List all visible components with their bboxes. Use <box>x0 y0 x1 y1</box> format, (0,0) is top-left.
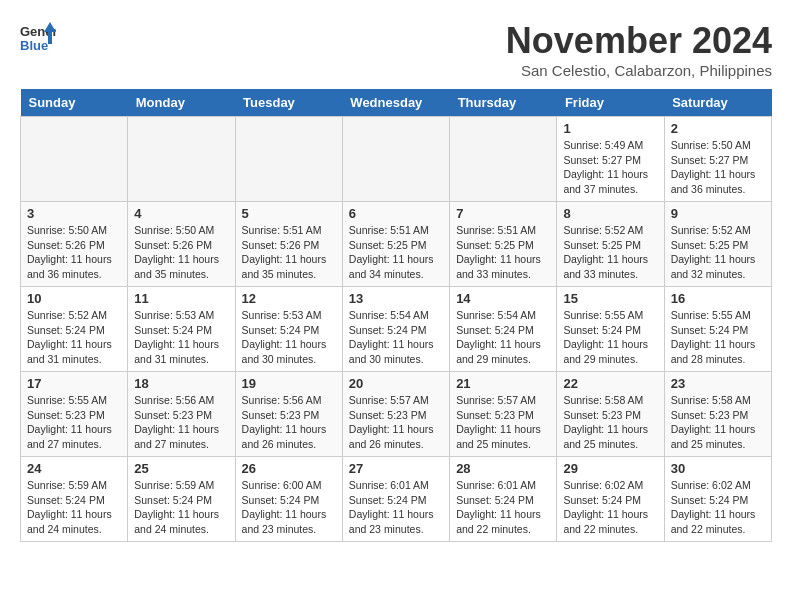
calendar-cell: 17Sunrise: 5:55 AM Sunset: 5:23 PM Dayli… <box>21 372 128 457</box>
day-number: 4 <box>134 206 228 221</box>
day-number: 18 <box>134 376 228 391</box>
calendar-week-row: 10Sunrise: 5:52 AM Sunset: 5:24 PM Dayli… <box>21 287 772 372</box>
day-info: Sunrise: 6:01 AM Sunset: 5:24 PM Dayligh… <box>456 478 550 537</box>
day-info: Sunrise: 5:59 AM Sunset: 5:24 PM Dayligh… <box>134 478 228 537</box>
day-info: Sunrise: 5:58 AM Sunset: 5:23 PM Dayligh… <box>671 393 765 452</box>
calendar-cell: 21Sunrise: 5:57 AM Sunset: 5:23 PM Dayli… <box>450 372 557 457</box>
calendar-cell: 11Sunrise: 5:53 AM Sunset: 5:24 PM Dayli… <box>128 287 235 372</box>
calendar-cell: 26Sunrise: 6:00 AM Sunset: 5:24 PM Dayli… <box>235 457 342 542</box>
day-info: Sunrise: 6:02 AM Sunset: 5:24 PM Dayligh… <box>563 478 657 537</box>
day-info: Sunrise: 6:00 AM Sunset: 5:24 PM Dayligh… <box>242 478 336 537</box>
calendar-cell: 29Sunrise: 6:02 AM Sunset: 5:24 PM Dayli… <box>557 457 664 542</box>
calendar-cell: 1Sunrise: 5:49 AM Sunset: 5:27 PM Daylig… <box>557 117 664 202</box>
month-title: November 2024 <box>506 20 772 62</box>
day-number: 10 <box>27 291 121 306</box>
calendar-cell: 10Sunrise: 5:52 AM Sunset: 5:24 PM Dayli… <box>21 287 128 372</box>
weekday-header: Thursday <box>450 89 557 117</box>
day-info: Sunrise: 5:52 AM Sunset: 5:25 PM Dayligh… <box>671 223 765 282</box>
logo: General Blue <box>20 20 56 56</box>
weekday-header: Tuesday <box>235 89 342 117</box>
day-number: 7 <box>456 206 550 221</box>
day-info: Sunrise: 5:59 AM Sunset: 5:24 PM Dayligh… <box>27 478 121 537</box>
calendar-cell: 18Sunrise: 5:56 AM Sunset: 5:23 PM Dayli… <box>128 372 235 457</box>
calendar-cell <box>128 117 235 202</box>
day-number: 24 <box>27 461 121 476</box>
calendar-cell: 25Sunrise: 5:59 AM Sunset: 5:24 PM Dayli… <box>128 457 235 542</box>
calendar-cell: 30Sunrise: 6:02 AM Sunset: 5:24 PM Dayli… <box>664 457 771 542</box>
day-number: 13 <box>349 291 443 306</box>
calendar-week-row: 24Sunrise: 5:59 AM Sunset: 5:24 PM Dayli… <box>21 457 772 542</box>
day-number: 1 <box>563 121 657 136</box>
day-info: Sunrise: 5:58 AM Sunset: 5:23 PM Dayligh… <box>563 393 657 452</box>
day-number: 11 <box>134 291 228 306</box>
day-number: 16 <box>671 291 765 306</box>
title-section: November 2024 San Celestio, Calabarzon, … <box>506 20 772 79</box>
day-number: 25 <box>134 461 228 476</box>
day-number: 19 <box>242 376 336 391</box>
day-info: Sunrise: 5:54 AM Sunset: 5:24 PM Dayligh… <box>349 308 443 367</box>
day-info: Sunrise: 5:51 AM Sunset: 5:26 PM Dayligh… <box>242 223 336 282</box>
day-number: 17 <box>27 376 121 391</box>
calendar-cell: 19Sunrise: 5:56 AM Sunset: 5:23 PM Dayli… <box>235 372 342 457</box>
day-info: Sunrise: 5:56 AM Sunset: 5:23 PM Dayligh… <box>242 393 336 452</box>
day-info: Sunrise: 5:53 AM Sunset: 5:24 PM Dayligh… <box>134 308 228 367</box>
calendar-cell: 9Sunrise: 5:52 AM Sunset: 5:25 PM Daylig… <box>664 202 771 287</box>
day-info: Sunrise: 5:50 AM Sunset: 5:27 PM Dayligh… <box>671 138 765 197</box>
calendar-cell: 22Sunrise: 5:58 AM Sunset: 5:23 PM Dayli… <box>557 372 664 457</box>
calendar-week-row: 3Sunrise: 5:50 AM Sunset: 5:26 PM Daylig… <box>21 202 772 287</box>
calendar-cell: 3Sunrise: 5:50 AM Sunset: 5:26 PM Daylig… <box>21 202 128 287</box>
calendar-cell: 14Sunrise: 5:54 AM Sunset: 5:24 PM Dayli… <box>450 287 557 372</box>
calendar-cell: 27Sunrise: 6:01 AM Sunset: 5:24 PM Dayli… <box>342 457 449 542</box>
day-info: Sunrise: 5:57 AM Sunset: 5:23 PM Dayligh… <box>456 393 550 452</box>
day-number: 30 <box>671 461 765 476</box>
weekday-header: Friday <box>557 89 664 117</box>
day-number: 8 <box>563 206 657 221</box>
day-info: Sunrise: 5:53 AM Sunset: 5:24 PM Dayligh… <box>242 308 336 367</box>
day-number: 9 <box>671 206 765 221</box>
weekday-header: Saturday <box>664 89 771 117</box>
calendar-cell: 24Sunrise: 5:59 AM Sunset: 5:24 PM Dayli… <box>21 457 128 542</box>
day-info: Sunrise: 5:55 AM Sunset: 5:23 PM Dayligh… <box>27 393 121 452</box>
calendar-cell: 5Sunrise: 5:51 AM Sunset: 5:26 PM Daylig… <box>235 202 342 287</box>
day-number: 20 <box>349 376 443 391</box>
calendar-cell: 20Sunrise: 5:57 AM Sunset: 5:23 PM Dayli… <box>342 372 449 457</box>
weekday-header: Monday <box>128 89 235 117</box>
day-number: 21 <box>456 376 550 391</box>
day-number: 27 <box>349 461 443 476</box>
day-number: 14 <box>456 291 550 306</box>
day-info: Sunrise: 5:57 AM Sunset: 5:23 PM Dayligh… <box>349 393 443 452</box>
day-info: Sunrise: 5:55 AM Sunset: 5:24 PM Dayligh… <box>671 308 765 367</box>
calendar-cell <box>235 117 342 202</box>
weekday-header: Sunday <box>21 89 128 117</box>
calendar-cell: 28Sunrise: 6:01 AM Sunset: 5:24 PM Dayli… <box>450 457 557 542</box>
day-number: 22 <box>563 376 657 391</box>
day-info: Sunrise: 5:49 AM Sunset: 5:27 PM Dayligh… <box>563 138 657 197</box>
day-info: Sunrise: 6:02 AM Sunset: 5:24 PM Dayligh… <box>671 478 765 537</box>
day-info: Sunrise: 5:51 AM Sunset: 5:25 PM Dayligh… <box>456 223 550 282</box>
calendar-cell: 13Sunrise: 5:54 AM Sunset: 5:24 PM Dayli… <box>342 287 449 372</box>
location: San Celestio, Calabarzon, Philippines <box>506 62 772 79</box>
day-number: 2 <box>671 121 765 136</box>
calendar-cell <box>342 117 449 202</box>
weekday-header: Wednesday <box>342 89 449 117</box>
calendar-cell: 4Sunrise: 5:50 AM Sunset: 5:26 PM Daylig… <box>128 202 235 287</box>
calendar-table: SundayMondayTuesdayWednesdayThursdayFrid… <box>20 89 772 542</box>
day-info: Sunrise: 5:50 AM Sunset: 5:26 PM Dayligh… <box>134 223 228 282</box>
calendar-cell: 8Sunrise: 5:52 AM Sunset: 5:25 PM Daylig… <box>557 202 664 287</box>
calendar-cell <box>21 117 128 202</box>
day-number: 12 <box>242 291 336 306</box>
calendar-cell: 12Sunrise: 5:53 AM Sunset: 5:24 PM Dayli… <box>235 287 342 372</box>
day-number: 6 <box>349 206 443 221</box>
day-info: Sunrise: 5:56 AM Sunset: 5:23 PM Dayligh… <box>134 393 228 452</box>
weekday-header-row: SundayMondayTuesdayWednesdayThursdayFrid… <box>21 89 772 117</box>
day-info: Sunrise: 5:55 AM Sunset: 5:24 PM Dayligh… <box>563 308 657 367</box>
calendar-cell: 6Sunrise: 5:51 AM Sunset: 5:25 PM Daylig… <box>342 202 449 287</box>
day-number: 3 <box>27 206 121 221</box>
svg-text:Blue: Blue <box>20 38 48 53</box>
calendar-cell: 16Sunrise: 5:55 AM Sunset: 5:24 PM Dayli… <box>664 287 771 372</box>
day-number: 15 <box>563 291 657 306</box>
day-number: 26 <box>242 461 336 476</box>
day-info: Sunrise: 5:51 AM Sunset: 5:25 PM Dayligh… <box>349 223 443 282</box>
calendar-week-row: 1Sunrise: 5:49 AM Sunset: 5:27 PM Daylig… <box>21 117 772 202</box>
calendar-cell: 7Sunrise: 5:51 AM Sunset: 5:25 PM Daylig… <box>450 202 557 287</box>
